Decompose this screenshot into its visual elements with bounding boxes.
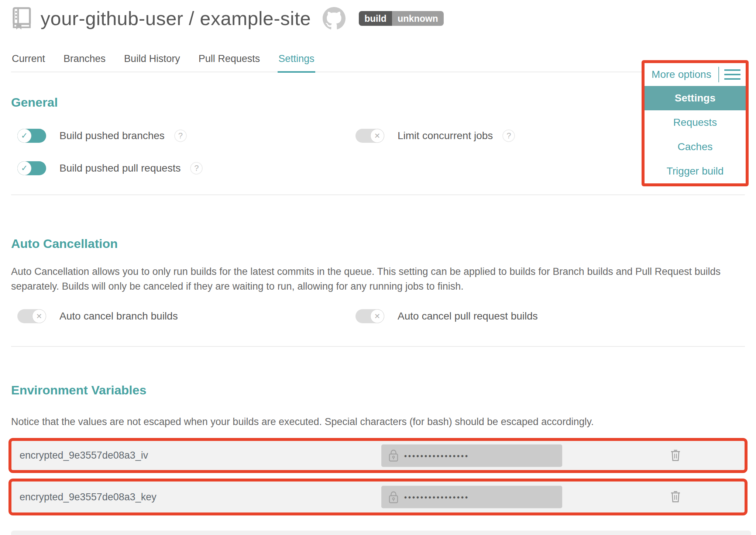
toggle-limit-concurrent-jobs[interactable]: ✓✕ [355,129,384,143]
toggle-label: Auto cancel branch builds [59,310,178,322]
toggle-build-pushed-branches[interactable]: ✓✕ [17,129,46,143]
lock-icon [389,491,398,503]
next-row-partial [11,531,751,535]
delete-env-var-button[interactable] [670,490,681,504]
help-icon[interactable]: ? [190,162,203,175]
env-var-row: encrypted_9e3557de08a3_key •••••••••••••… [8,479,748,515]
toggle-label: Build pushed branches [59,130,165,142]
tab-build-history[interactable]: Build History [123,51,181,72]
toggle-auto-cancel-branch-builds[interactable]: ✓✕ [17,309,46,323]
repo-tabs: Current Branches Build History Pull Requ… [11,51,745,72]
section-divider [11,346,745,347]
menu-item-requests[interactable]: Requests [645,110,746,135]
toggle-knob: ✓✕ [32,309,46,323]
toggle-label: Build pushed pull requests [59,162,181,174]
section-divider [11,194,745,195]
environment-variables-notice: Notice that the values are not escaped w… [11,414,735,429]
trash-icon [670,490,681,503]
more-options-menu: Settings Requests Caches Trigger build [645,86,746,183]
toggle-knob: ✓✕ [370,129,384,143]
environment-variables-heading: Environment Variables [11,383,756,397]
page-title: your-github-user / example-site [41,7,311,30]
delete-env-var-button[interactable] [670,448,681,463]
toggle-auto-cancel-pull-request-builds[interactable]: ✓✕ [355,309,384,323]
env-var-row: encrypted_9e3557de08a3_iv ••••••••••••••… [8,438,748,473]
toggle-label: Auto cancel pull request builds [398,310,538,322]
toggle-knob: ✓✕ [17,161,31,175]
github-logo-icon[interactable] [323,7,346,30]
more-options-dropdown: More options Settings Requests Caches Tr… [642,60,749,186]
lock-icon [389,449,398,462]
masked-value: •••••••••••••••• [404,451,469,460]
tab-pull-requests[interactable]: Pull Requests [198,51,261,72]
toggle-label: Limit concurrent jobs [398,130,493,142]
toggle-knob: ✓✕ [370,309,384,323]
auto-cancellation-description: Auto Cancellation allows you to only run… [11,264,724,294]
setting-auto-cancel-pull-request-builds: ✓✕ Auto cancel pull request builds [355,309,694,323]
menu-item-settings[interactable]: Settings [645,86,746,110]
repository-book-icon [11,7,32,30]
toggle-build-pushed-pull-requests[interactable]: ✓✕ [17,161,46,175]
setting-build-pushed-branches: ✓✕ Build pushed branches ? [17,129,355,143]
tab-settings[interactable]: Settings [278,51,315,73]
menu-item-trigger-build[interactable]: Trigger build [645,159,746,183]
build-status-badge: build unknown [359,11,443,26]
menu-item-caches[interactable]: Caches [645,135,746,159]
help-icon[interactable]: ? [174,130,187,142]
badge-status-value: unknown [392,11,444,26]
auto-cancellation-toggle-row: ✓✕ Auto cancel branch builds ✓✕ Auto can… [17,309,756,323]
setting-build-pushed-pull-requests: ✓✕ Build pushed pull requests ? [17,161,355,175]
badge-build-label: build [359,11,392,26]
repo-header: your-github-user / example-site build un… [11,0,756,28]
help-icon[interactable]: ? [502,130,515,142]
auto-cancellation-heading: Auto Cancellation [11,237,756,251]
masked-value: •••••••••••••••• [404,493,469,502]
toggle-knob: ✓✕ [17,129,31,143]
env-var-value-field: •••••••••••••••• [381,486,562,508]
hamburger-menu-icon[interactable] [719,69,746,80]
tab-current[interactable]: Current [11,51,46,72]
setting-auto-cancel-branch-builds: ✓✕ Auto cancel branch builds [17,309,355,323]
more-options-header[interactable]: More options [645,63,746,86]
env-var-value-field: •••••••••••••••• [381,444,562,467]
tab-branches[interactable]: Branches [63,51,106,72]
trash-icon [670,448,681,462]
more-options-label: More options [645,69,718,80]
